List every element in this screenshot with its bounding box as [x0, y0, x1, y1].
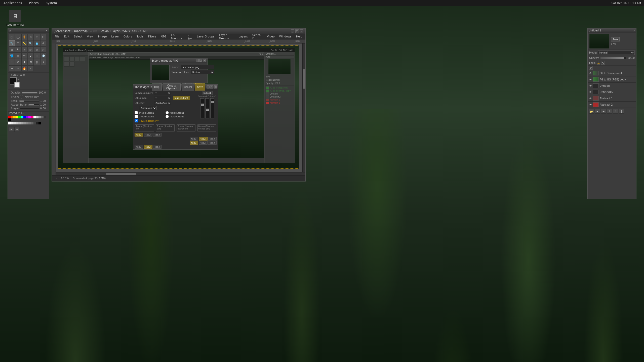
desktop-icon-terminal[interactable]: 🖥 Root Terminal — [5, 10, 25, 26]
wf-tab2-2[interactable]: tab2 — [199, 137, 207, 141]
export-dialog-maximize[interactable]: □ — [199, 59, 202, 62]
layers-panel-close[interactable]: ✕ — [633, 29, 635, 32]
wf-tab4-3[interactable]: tab3 — [153, 145, 162, 149]
tool-sharpen[interactable]: ✦ — [40, 59, 46, 65]
menu-help[interactable]: Help — [294, 34, 304, 39]
layer-item-untitled[interactable]: 👁 Untitled — [588, 83, 636, 89]
wf-combobox-entry-select[interactable]: ▾ — [154, 91, 171, 95]
color-swatch[interactable] — [18, 122, 21, 124]
menu-layer-groups[interactable]: Layer Groups — [217, 33, 236, 40]
tool-desaturate[interactable]: ⬦ — [28, 65, 34, 71]
color-swatch[interactable] — [26, 122, 28, 124]
lock-alpha-button[interactable]: 🔒 — [597, 61, 600, 65]
tool-pencil[interactable]: ✏ — [21, 53, 27, 59]
tool-scissors[interactable]: ✂ — [40, 34, 46, 40]
tool-paths[interactable]: 🔧 — [9, 40, 15, 46]
export-save-button[interactable]: Save — [195, 83, 205, 90]
wf-tab2-3[interactable]: tab3 — [208, 137, 217, 141]
wf-tab1-3[interactable]: tab3 — [153, 133, 162, 137]
color-swatch[interactable] — [31, 122, 33, 124]
wf-vslider1[interactable] — [200, 98, 204, 118]
wf-checkbutton1[interactable] — [135, 111, 138, 114]
tool-rectangle-select[interactable]: ⬚ — [9, 34, 15, 40]
tool-ellipse-select[interactable]: ◯ — [15, 34, 21, 40]
new-layer-group-button[interactable]: 📁 — [589, 109, 594, 114]
toolbox-close-button[interactable]: ✕ — [46, 29, 48, 32]
tool-perspective-clone[interactable]: ⊞ — [28, 59, 34, 65]
bg-color-box[interactable] — [14, 82, 20, 87]
wf-checkbutton2-label[interactable]: checkbutton2 — [135, 115, 165, 118]
color-swatch[interactable] — [33, 122, 36, 124]
color-swatch[interactable] — [8, 118, 11, 121]
swap-colors-icon[interactable]: ⇄ — [17, 78, 19, 80]
gimp-maximize-button[interactable]: □ — [295, 29, 299, 33]
wf-maximize-button[interactable]: □ — [210, 85, 213, 88]
menu-script-fu[interactable]: Script-Fu — [250, 33, 264, 40]
duplicate-layer-button[interactable]: ⊕ — [601, 109, 606, 114]
auto-button[interactable]: Auto — [611, 37, 620, 41]
scale-slider[interactable] — [19, 100, 39, 102]
menu-video[interactable]: Video — [265, 34, 277, 39]
color-swatch[interactable] — [8, 122, 11, 124]
applications-menu[interactable]: Applications — [2, 1, 23, 5]
opacity-slider[interactable] — [600, 57, 626, 59]
tool-shear[interactable]: ▷ — [28, 47, 34, 53]
tool-bucket-fill[interactable]: 🪣 — [9, 53, 15, 59]
tool-dodge[interactable]: ☀ — [15, 65, 21, 71]
tool-eraser[interactable]: ◻ — [34, 53, 40, 59]
wf-tab3-1[interactable]: tab1 — [190, 141, 198, 145]
wf-button1[interactable]: button1 — [202, 91, 213, 95]
gimp-minimize-button[interactable]: _ — [291, 29, 294, 33]
wf-tab1-1[interactable]: tab1 — [135, 133, 143, 137]
layer-item-fg-transparent[interactable]: 👁 FG to Transparent — [588, 70, 636, 76]
color-swatch[interactable] — [36, 116, 38, 118]
wf-radiobutton1[interactable] — [166, 111, 169, 114]
tool-burn[interactable]: 🔥 — [21, 65, 27, 71]
system-menu[interactable]: System — [44, 1, 58, 5]
menu-fx-foundry[interactable]: FX-Foundry — [169, 33, 186, 40]
fg-bg-boxes[interactable]: ⇄ — [10, 77, 20, 87]
wf-checkbutton2[interactable] — [135, 115, 138, 118]
opacity-slider[interactable] — [22, 92, 37, 94]
export-clipboard-button[interactable]: Copy to Clipboard — [163, 83, 181, 90]
color-swatch[interactable] — [28, 116, 31, 118]
gimp-close-button[interactable]: ✕ — [300, 29, 303, 33]
color-swatch[interactable] — [13, 116, 16, 118]
tool-select-by-color[interactable]: ⬡ — [34, 34, 40, 40]
tool-measure[interactable]: 📏 — [21, 40, 27, 46]
new-brush-button[interactable]: + — [9, 127, 14, 132]
places-menu[interactable]: Places — [27, 1, 40, 5]
tool-align[interactable]: ⊟ — [9, 47, 15, 53]
wf-combobox[interactable]: ComboBox ▾ — [154, 101, 171, 105]
menu-layers[interactable]: Layers — [237, 34, 250, 39]
angle-slider[interactable] — [20, 108, 39, 109]
menu-colors[interactable]: Colors — [122, 34, 134, 39]
wf-radiobutton1-label[interactable]: radiobutton1 — [166, 111, 196, 114]
tool-blur[interactable]: ◎ — [34, 59, 40, 65]
color-swatch[interactable] — [38, 122, 41, 124]
aspect-slider[interactable] — [28, 104, 39, 106]
wf-radiobutton2[interactable] — [166, 115, 169, 118]
tool-flip[interactable]: ⇄ — [40, 47, 46, 53]
color-swatch[interactable] — [16, 116, 18, 118]
color-swatch[interactable] — [41, 116, 44, 118]
scrollbar-thumb-v[interactable] — [303, 69, 305, 89]
menu-layergroups[interactable]: LayerGroups — [195, 34, 216, 39]
menu-filters[interactable]: Filters — [146, 34, 158, 39]
mode-select[interactable]: Normal — [598, 51, 635, 55]
menu-tools[interactable]: Tools — [135, 34, 145, 39]
wf-tab1-2[interactable]: tab2 — [144, 133, 152, 137]
tool-heal[interactable]: ✚ — [21, 59, 27, 65]
scrollbar-horizontal[interactable] — [56, 172, 305, 175]
wf-close-button[interactable]: ✕ — [214, 85, 217, 88]
color-swatch[interactable] — [44, 116, 46, 118]
wf-tab2-1[interactable]: tab1 — [190, 137, 198, 141]
tool-clone[interactable]: ⊕ — [15, 59, 21, 65]
export-folder-select[interactable]: Desktop — [191, 70, 214, 74]
tool-smudge[interactable]: 〰 — [9, 65, 15, 71]
layer-item-fg-bg[interactable]: 👁 FG to BG (RGB) copy — [588, 76, 636, 83]
export-dialog-minimize[interactable]: _ — [196, 59, 199, 62]
wf-optionmenu[interactable]: OptionMenu ▾ — [139, 106, 157, 110]
wf-tab4-1[interactable]: tab1 — [135, 145, 143, 149]
wf-vslider3[interactable] — [210, 98, 214, 118]
